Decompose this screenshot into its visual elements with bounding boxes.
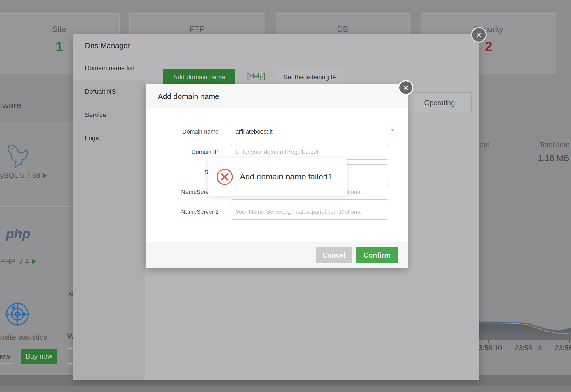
sidebar-item-default-ns[interactable]: Defualt NS	[73, 80, 145, 103]
sidebar-item-domain-name-list[interactable]: Domain name list	[73, 56, 145, 80]
buy-now-button[interactable]: Buy now	[21, 349, 57, 364]
play-icon[interactable]	[43, 173, 47, 179]
software-panel-vdivider	[63, 122, 63, 375]
play-icon[interactable]	[32, 259, 36, 265]
software-item-mysql: ySQL 5.7.38	[0, 171, 47, 180]
chart-gridline	[479, 310, 571, 310]
bottom-strip-light	[0, 386, 571, 392]
error-toast: Add domain name failed1	[208, 158, 347, 196]
stat-card-title: FTP	[130, 25, 265, 34]
mysql-dolphin-icon	[5, 142, 30, 169]
total-sent-label: Total sent	[539, 141, 569, 149]
add-domain-name-button[interactable]: Add domain name	[163, 69, 235, 86]
total-sent-value: 1.18 MB	[538, 153, 569, 163]
cancel-button[interactable]: Cancel	[316, 247, 352, 263]
chart-tick	[569, 340, 570, 343]
section-divider-left	[0, 75, 73, 75]
help-link[interactable]: [Help]	[247, 72, 265, 80]
dns-modal-header: Dns Manager	[73, 34, 479, 56]
sidebar-item-logs[interactable]: Logs	[73, 127, 145, 150]
set-listening-ip-button[interactable]: Set the listening IP	[275, 69, 345, 86]
software-panel-hdivider	[0, 206, 73, 207]
page-root: Site 1 FTP DB Security 2 tware ySQL 5.7.…	[0, 0, 571, 392]
form-row-domain-ip: Domain IP	[146, 144, 408, 160]
add-domain-modal-header: Add domain name	[146, 84, 408, 108]
software-panel-heading: tware	[0, 100, 21, 110]
chart-axis-label: 23:58	[555, 344, 571, 352]
stats-label: bsite statistics	[0, 333, 47, 342]
traffic-chart	[479, 321, 571, 341]
chart-gridline	[479, 289, 571, 289]
php-version-label: PHP–7.4	[0, 257, 29, 266]
chart-tick	[529, 340, 529, 343]
chart-tick	[488, 340, 489, 343]
stat-card-title: Site	[0, 25, 119, 34]
dns-sidebar: Domain name list Defualt NS Service Logs	[73, 56, 145, 380]
stat-card-title: Security	[421, 25, 556, 34]
close-icon[interactable]	[398, 80, 413, 95]
php-logo: php	[6, 226, 30, 242]
form-row-domain-name: Domain name *	[146, 124, 408, 139]
chart-gridline	[479, 247, 571, 247]
chart-axis-label: 3:58:10	[479, 344, 502, 352]
toast-message: Add domain name failed1	[240, 158, 332, 196]
mysql-version-label: ySQL 5.7.38	[0, 171, 40, 180]
view-button[interactable]: iew	[0, 349, 14, 364]
software-panel-hdivider	[0, 282, 73, 282]
add-domain-modal-footer: Cancel Confirm	[146, 242, 408, 268]
nameserver-2-input[interactable]	[231, 204, 388, 220]
sidebar-item-service[interactable]: Service	[73, 103, 145, 127]
nameserver-2-label: NameServer 2	[146, 204, 219, 220]
form-row-nameserver-2: NameServer 2	[146, 204, 408, 220]
add-domain-modal-title: Add domain name	[158, 92, 219, 101]
traffic-label-fragment: am	[480, 141, 490, 149]
chart-gridline	[479, 268, 571, 268]
required-marker: *	[391, 127, 394, 135]
error-icon	[216, 168, 233, 186]
domain-ip-label: Domain IP	[146, 144, 219, 160]
chart-gridline	[479, 226, 571, 226]
top-divider	[0, 4, 571, 4]
stat-card-title: DB	[276, 25, 409, 34]
software-item-php: PHP–7.4	[0, 257, 36, 266]
section-divider-right	[479, 75, 571, 75]
close-icon[interactable]	[471, 27, 487, 43]
domain-ip-input[interactable]	[231, 144, 388, 160]
website-statistics-icon	[5, 301, 30, 327]
confirm-button[interactable]: Confirm	[356, 247, 398, 263]
chart-gridline	[479, 205, 571, 205]
chart-axis-label: 23:58:13	[515, 344, 542, 352]
software-item-stats: bsite statistics	[0, 333, 47, 342]
dns-modal-title: Dns Manager	[85, 41, 130, 50]
operating-column-header: Operating	[408, 92, 472, 113]
domain-name-label: Domain name	[146, 124, 219, 139]
domain-name-input[interactable]	[231, 124, 388, 139]
